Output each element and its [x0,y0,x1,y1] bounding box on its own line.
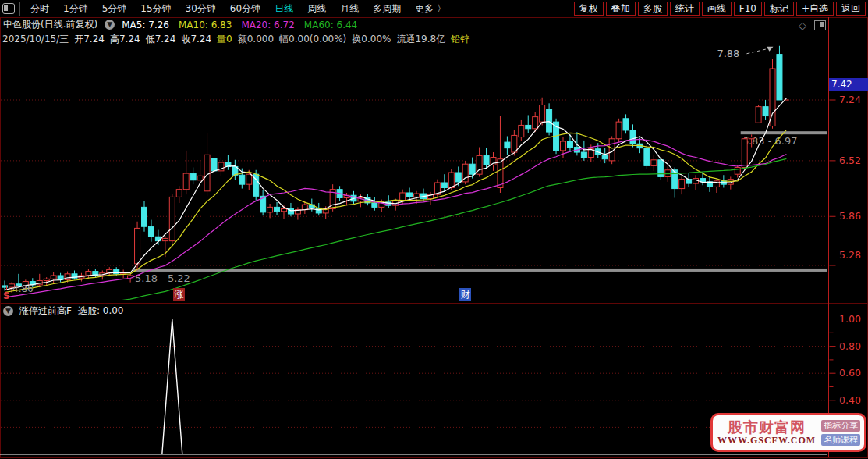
period-tab-9[interactable]: 多周期 [366,2,408,16]
chevron-down-icon[interactable]: ▼ [105,20,115,30]
sell-marker[interactable]: S [3,290,10,301]
ohlc-info-row: 2025/10/15/三开7.24高7.24低7.24收7.24量0额0.000… [2,33,469,46]
watermark-card: 股市财富网 WWW.GSCFW.COM 指标分享名师课程 [710,413,866,452]
indicator-axis-label: 0.60 [839,367,861,379]
indicator-axis-label: 0.80 [839,340,861,352]
period-tab-10[interactable]: 更多 〉 [408,2,453,16]
event-marker-2[interactable]: 财 [459,288,471,301]
period-tab-1[interactable]: 1分钟 [56,2,95,16]
event-marker-1[interactable]: 涨 [173,288,185,301]
ma-legend-0: MA5: 7.26 [122,20,169,30]
chart-corner-icons: ◇ [799,20,826,30]
toolbar-button-5[interactable]: F10 [734,2,762,16]
watermark-badge-1: 名师课程 [821,434,860,446]
indicator-header: ▼ 涨停过前高F 选股: 0.00 [3,304,123,318]
gap-label-left: 4.86 [12,283,34,294]
info-segment-3: 低7.24 [146,33,176,46]
split-window-icon[interactable] [814,20,826,30]
toolbar-button-6[interactable]: 标记 [764,2,794,16]
gap-label: 5.18 - 5.22 [135,272,190,284]
period-tab-4[interactable]: 30分钟 [179,2,223,16]
toolbar-divider [19,2,20,16]
signal-spike [162,319,182,454]
window-panel-icon[interactable] [2,3,15,14]
toolbar-button-2[interactable]: 多股 [638,2,668,16]
toolbar-button-7[interactable]: +自选 [796,2,834,16]
ma-line-60 [5,158,786,317]
toolbar: 分时1分钟5分钟15分钟30分钟60分钟日线周线月线多周期更多 〉 复权叠加多股… [0,0,868,17]
indicator-axis-label: 0.40 [839,394,861,406]
chevron-down-icon[interactable]: ▼ [3,306,13,316]
price-axis-label: 7.24 [839,94,861,105]
watermark-title: 股市财富网 [728,420,806,436]
watermark-url: WWW.GSCFW.COM [717,436,816,446]
price-axis-label: 5.86 [839,210,861,222]
stock-title[interactable]: 中色股份(日线.前复权) [3,18,97,31]
info-segment-5: 量0 [217,33,232,46]
ma-legend-1: MA10: 6.83 [179,20,232,30]
info-segment-1: 开7.24 [74,33,105,46]
period-tab-7[interactable]: 周线 [300,2,333,16]
info-segment-8: 换0.00% [352,33,391,46]
info-segment-10: 铅锌 [451,33,469,46]
stock-app-window: 7.246.525.865.281.000.800.600.405.18 - 5… [0,0,868,459]
grid-layer: 7.246.525.865.281.000.800.600.40 [1,94,861,427]
high-price-label: 7.88 [717,48,739,59]
period-tab-5[interactable]: 60分钟 [223,2,267,16]
chart-header-row: 中色股份(日线.前复权) ▼ MA5: 7.26MA10: 6.83MA20: … [3,19,357,30]
ma-legend-2: MA20: 6.72 [241,20,294,30]
period-tab-6[interactable]: 日线 [267,2,300,16]
price-chart: 7.246.525.865.281.000.800.600.405.18 - 5… [0,0,868,459]
period-tab-0[interactable]: 分时 [23,2,56,16]
info-segment-7: 幅0.00(0.00%) [279,33,346,46]
ma-line-5 [5,98,786,290]
period-tab-2[interactable]: 5分钟 [95,2,134,16]
period-tab-8[interactable]: 月线 [333,2,366,16]
toolbar-button-8[interactable]: 返回 [836,2,866,16]
indicator-name[interactable]: 涨停过前高F [19,304,72,318]
candles-layer [2,46,789,293]
price-axis-label: 5.28 [839,249,861,261]
indicator-param: 选股: 0.00 [78,304,124,318]
watermark-badge-0: 指标分享 [821,420,860,432]
toolbar-button-1[interactable]: 叠加 [606,2,636,16]
toolbar-button-3[interactable]: 统计 [670,2,700,16]
info-segment-9: 流通19.8亿 [396,33,445,46]
info-segment-6: 额0.000 [238,33,274,46]
ma-legend-3: MA60: 6.44 [304,20,357,30]
info-segment-2: 高7.24 [110,33,140,46]
toolbar-button-4[interactable]: 画线 [702,2,732,16]
toolbar-button-0[interactable]: 复权 [574,2,604,16]
info-segment-4: 收7.24 [181,33,211,46]
ma-line-10 [5,130,786,292]
diamond-icon[interactable]: ◇ [799,20,806,30]
info-segment-0: 2025/10/15/三 [2,33,69,46]
last-price-tag: 7.42 [829,78,868,91]
price-axis-label: 6.52 [839,155,861,166]
indicator-axis-label: 1.00 [839,313,861,325]
period-tab-3[interactable]: 15分钟 [133,2,178,16]
